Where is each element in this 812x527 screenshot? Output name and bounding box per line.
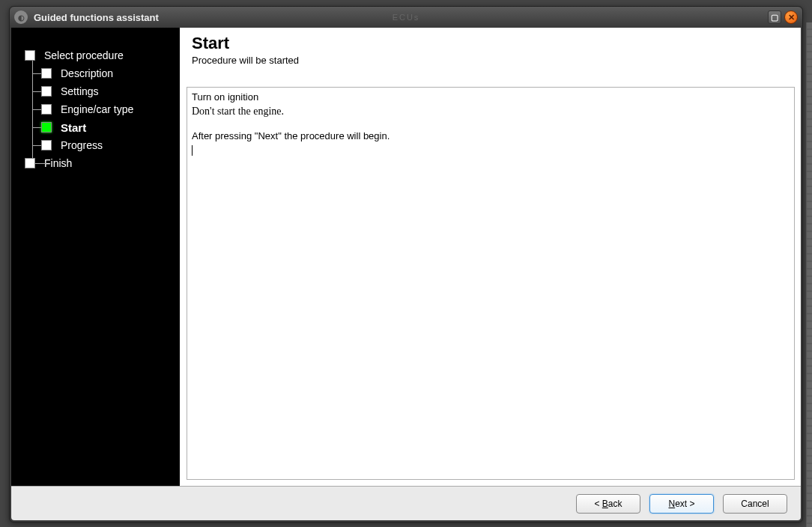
content-wrap: Select procedure Description Settings En… [11,28,801,520]
wizard-steps-sidebar: Select procedure Description Settings En… [11,28,180,486]
instruction-line: Don't start the engine. [192,104,790,119]
wizard-page: Start Procedure will be started Turn on … [180,28,801,486]
step-label: Finish [44,157,72,169]
step-progress[interactable]: Progress [25,136,172,154]
cancel-button[interactable]: Cancel [723,494,787,514]
step-start[interactable]: Start [25,118,172,136]
text-cursor [192,145,193,156]
step-description[interactable]: Description [25,64,172,82]
step-label: Start [61,121,86,134]
step-select-procedure[interactable]: Select procedure [25,46,172,64]
maximize-button[interactable]: ▢ [768,10,781,24]
step-marker-icon [41,86,52,97]
main-split: Select procedure Description Settings En… [11,28,801,486]
instruction-textbox[interactable]: Turn on ignition Don't start the engine.… [187,87,795,480]
background-scrollbar [806,22,812,527]
wizard-window: ◐ Guided functions assistant ECUs ▢ ✕ Se… [9,6,803,523]
step-label: Progress [61,139,103,151]
step-engine-car-type[interactable]: Engine/car type [25,100,172,118]
step-label: Description [61,67,113,79]
page-title: Start [192,34,790,53]
background-app-hint: ECUs [393,13,420,22]
step-marker-current-icon [41,122,52,132]
step-label: Settings [61,85,99,97]
step-marker-icon [41,140,52,150]
titlebar[interactable]: ◐ Guided functions assistant ECUs ▢ ✕ [10,7,802,28]
page-subtitle: Procedure will be started [192,55,790,66]
step-marker-icon [25,50,35,61]
close-button[interactable]: ✕ [784,10,798,24]
step-marker-icon [25,158,35,168]
back-button[interactable]: < Back [576,494,640,514]
step-label: Engine/car type [61,103,133,115]
step-marker-icon [41,104,52,115]
next-button[interactable]: Next > [649,494,714,514]
instruction-line: After pressing "Next" the procedure will… [192,130,790,143]
window-title: Guided functions assistant [34,12,159,23]
app-icon: ◐ [14,10,28,24]
step-finish[interactable]: Finish [25,154,172,172]
step-marker-icon [41,68,52,79]
wizard-footer: < Back Next > Cancel [11,486,801,520]
step-label: Select procedure [44,49,124,61]
page-header: Start Procedure will be started [181,28,801,73]
step-settings[interactable]: Settings [25,82,172,100]
instruction-line: Turn on ignition [192,91,790,104]
